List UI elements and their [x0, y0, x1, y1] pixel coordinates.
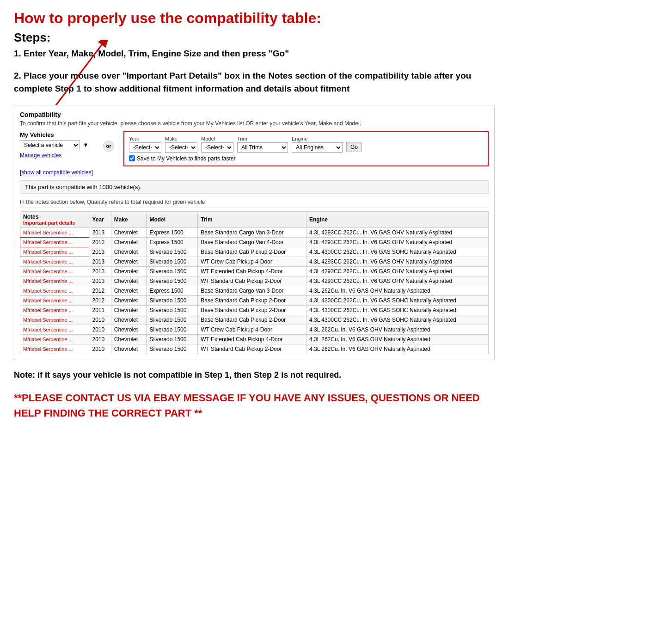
col-header-notes: Notes Important part details [20, 211, 89, 227]
col-header-trim: Trim [198, 211, 306, 227]
vehicle-select[interactable]: Select a vehicle [20, 140, 80, 150]
main-title: How to properly use the compatibility ta… [14, 9, 495, 27]
cell-year: 2013 [89, 237, 111, 247]
compat-title: Compatibility [20, 111, 489, 118]
table-row: Mfrlabel:Serpentine ...2011ChevroletSilv… [20, 305, 489, 315]
step2-text: 2. Place your mouse over "Important Part… [14, 69, 495, 96]
table-row: Mfrlabel:Serpentine ...2010ChevroletSilv… [20, 325, 489, 334]
table-row: Mfrlabel:Serpentine ...2010ChevroletSilv… [20, 334, 489, 344]
cell-trim: WT Standard Cab Pickup 2-Door [198, 276, 306, 286]
dropdown-arrow-icon: ▼ [83, 141, 89, 148]
cell-engine: 4.3L 4293CC 262Cu. In. V6 GAS OHV Natura… [306, 227, 489, 237]
cell-engine: 4.3L 4293CC 262Cu. In. V6 GAS OHV Natura… [306, 266, 489, 276]
table-row: Mfrlabel:Serpentine....2013ChevroletExpr… [20, 237, 489, 247]
cell-notes: Mfrlabel:Serpentine ... [20, 325, 89, 334]
cell-engine: 4.3L 262Cu. In. V6 GAS OHV Naturally Asp… [306, 286, 489, 295]
my-vehicles-label: My Vehicles [20, 131, 94, 138]
cell-trim: WT Crew Cab Pickup 4-Door [198, 325, 306, 334]
table-row: Mfrlabel:Serpentine ...2012ChevroletSilv… [20, 295, 489, 305]
table-row: Mfrlabel:Serpentine ...2013ChevroletSilv… [20, 257, 489, 266]
engine-select[interactable]: All Engines [292, 142, 343, 153]
cell-year: 2013 [89, 276, 111, 286]
cell-make: Chevrolet [111, 334, 147, 344]
save-vehicles-checkbox[interactable] [129, 155, 135, 161]
trim-select[interactable]: All Trims [237, 142, 288, 153]
cell-engine: 4.3L 4293CC 262Cu. In. V6 GAS OHV Natura… [306, 257, 489, 266]
cell-make: Chevrolet [111, 295, 147, 305]
cell-trim: Base Standard Cargo Van 4-Door [198, 237, 306, 247]
table-row: Mfrlabel:Serpentine ...2010ChevroletSilv… [20, 344, 489, 354]
cell-make: Chevrolet [111, 325, 147, 334]
table-row: Mfrlabel:Serpentine ...2013ChevroletSilv… [20, 266, 489, 276]
cell-trim: WT Standard Cab Pickup 2-Door [198, 344, 306, 354]
show-compatible-link[interactable]: [show all compatible vehicles] [20, 169, 94, 176]
cell-notes: Mfrlabel:Serpentine ... [20, 315, 89, 325]
cell-year: 2010 [89, 315, 111, 325]
year-label: Year [129, 136, 161, 141]
step1-text: 1. Enter Year, Make, Model, Trim, Engine… [14, 48, 495, 60]
cell-year: 2010 [89, 344, 111, 354]
compatibility-table: Notes Important part details Year Make M… [20, 211, 489, 354]
cell-notes: Mfrlabel:Serpentine.... [20, 237, 89, 247]
year-select[interactable]: -Select- [129, 142, 161, 153]
cell-notes: Mfrlabel:Serpentine ... [20, 266, 89, 276]
cell-trim: Base Standard Cargo Van 3-Door [198, 227, 306, 237]
cell-engine: 4.3L 4300CC 262Cu. In. V6 GAS SOHC Natur… [306, 295, 489, 305]
cell-model: Silverado 1500 [147, 276, 198, 286]
table-row: Mfrlabel:Serpentine ...2012ChevroletExpr… [20, 286, 489, 295]
cell-make: Chevrolet [111, 247, 147, 257]
manage-vehicles-link[interactable]: Manage vehicles [20, 152, 94, 159]
cell-trim: Base Standard Cab Pickup 2-Door [198, 247, 306, 257]
steps-heading: Steps: [14, 31, 495, 45]
cell-year: 2011 [89, 305, 111, 315]
make-select[interactable]: -Select- [165, 142, 197, 153]
cell-model: Silverado 1500 [147, 325, 198, 334]
cell-trim: WT Crew Cab Pickup 4-Door [198, 257, 306, 266]
col-header-make: Make [111, 211, 147, 227]
go-button[interactable]: Go [346, 142, 362, 152]
cell-year: 2012 [89, 295, 111, 305]
table-row: Mfrlabel:Serpentine ...2013ChevroletSilv… [20, 247, 489, 257]
cell-make: Chevrolet [111, 227, 147, 237]
cell-model: Silverado 1500 [147, 334, 198, 344]
cell-trim: WT Extended Cab Pickup 4-Door [198, 266, 306, 276]
cell-year: 2013 [89, 257, 111, 266]
cell-notes: Mfrlabel:Serpentine ... [20, 305, 89, 315]
cell-model: Express 1500 [147, 286, 198, 295]
table-row: Mfrlabel:Serpentine ...2010ChevroletSilv… [20, 315, 489, 325]
cell-notes: Mfrlabel:Serpentine ... [20, 257, 89, 266]
model-label: Model [201, 136, 233, 141]
cell-model: Silverado 1500 [147, 257, 198, 266]
cell-notes: Mfrlabel:Serpentine ... [20, 286, 89, 295]
cell-year: 2013 [89, 247, 111, 257]
cell-make: Chevrolet [111, 266, 147, 276]
cell-trim: WT Extended Cab Pickup 4-Door [198, 334, 306, 344]
cell-year: 2010 [89, 325, 111, 334]
compatibility-section: Compatibility To confirm that this part … [14, 105, 495, 360]
model-select[interactable]: -Select- [201, 142, 233, 153]
contact-text: **PLEASE CONTACT US VIA EBAY MESSAGE IF … [14, 390, 495, 421]
table-row: Mfrlabel:Serpentine ....2013ChevroletExp… [20, 227, 489, 237]
cell-model: Silverado 1500 [147, 266, 198, 276]
or-divider: or [103, 141, 114, 152]
cell-notes: Mfrlabel:Serpentine .... [20, 227, 89, 237]
trim-label: Trim [237, 136, 288, 141]
cell-notes: Mfrlabel:Serpentine ... [20, 334, 89, 344]
cell-make: Chevrolet [111, 257, 147, 266]
cell-make: Chevrolet [111, 286, 147, 295]
cell-model: Silverado 1500 [147, 247, 198, 257]
important-part-details-label: Important part details [23, 220, 86, 226]
col-header-year: Year [89, 211, 111, 227]
cell-model: Express 1500 [147, 227, 198, 237]
cell-make: Chevrolet [111, 315, 147, 325]
cell-trim: Base Standard Cab Pickup 2-Door [198, 315, 306, 325]
cell-year: 2012 [89, 286, 111, 295]
cell-notes: Mfrlabel:Serpentine ... [20, 247, 89, 257]
cell-engine: 4.3L 262Cu. In. V6 GAS OHV Naturally Asp… [306, 344, 489, 354]
year-make-engine-panel: Year -Select- Make -Select- Model [123, 131, 489, 166]
table-row: Mfrlabel:Serpentine ...2013ChevroletSilv… [20, 276, 489, 286]
make-label: Make [165, 136, 197, 141]
my-vehicles-panel: My Vehicles Select a vehicle ▼ Manage ve… [20, 131, 94, 176]
cell-make: Chevrolet [111, 344, 147, 354]
cell-trim: Base Standard Cab Pickup 2-Door [198, 295, 306, 305]
